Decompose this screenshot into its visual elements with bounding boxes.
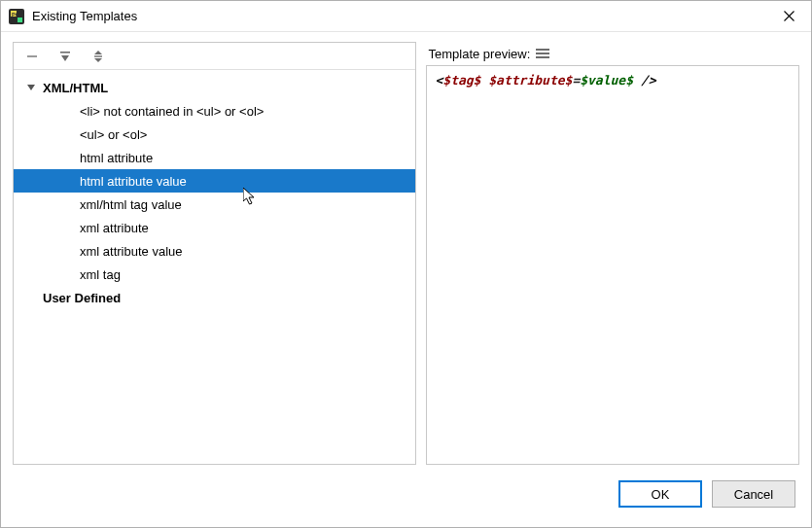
chevron-down-icon [23, 80, 39, 95]
code-attr: $attribute$ [488, 73, 572, 88]
tree-item-label: xml/html tag value [80, 197, 182, 212]
tree-item-label: html attribute value [80, 174, 187, 189]
remove-button[interactable] [23, 48, 41, 65]
cancel-button[interactable]: Cancel [712, 480, 795, 508]
preview-code[interactable]: <$tag$ $attribute$=$value$ /> [426, 65, 799, 465]
svg-marker-8 [61, 55, 69, 61]
expand-all-button[interactable] [56, 48, 74, 65]
tree-item[interactable]: xml tag [14, 263, 415, 286]
tree-item[interactable]: xml attribute value [14, 239, 415, 263]
template-list-pane: XML/HTML <li> not contained in <ul> or <… [13, 42, 416, 465]
tree-item-label: <li> not contained in <ul> or <ol> [80, 104, 264, 119]
tree-group-label: XML/HTML [43, 81, 108, 95]
svg-rect-3 [18, 18, 22, 22]
preview-label: Template preview: [428, 47, 530, 61]
preview-pane: Template preview: <$tag$ $attribute$=$va… [426, 42, 799, 465]
svg-rect-6 [27, 55, 37, 57]
close-icon [784, 11, 794, 21]
svg-rect-10 [94, 55, 102, 56]
tree-item[interactable]: html attribute [14, 146, 415, 169]
soft-wrap-icon[interactable] [536, 49, 549, 58]
preview-header: Template preview: [426, 42, 799, 65]
svg-marker-11 [94, 58, 102, 62]
dialog-footer: OK Cancel [1, 471, 811, 527]
collapse-all-button[interactable] [89, 48, 107, 65]
tree-item[interactable]: xml/html tag value [14, 193, 415, 216]
window-title: Existing Templates [32, 9, 766, 23]
svg-text:PC: PC [12, 11, 19, 17]
titlebar: PC Existing Templates [1, 1, 811, 32]
tree-item-label: xml tag [80, 267, 121, 282]
tree-item-label: xml attribute value [80, 244, 183, 259]
tree-item[interactable]: <li> not contained in <ul> or <ol> [14, 99, 415, 123]
tree-group-userdefined[interactable]: User Defined [14, 286, 415, 309]
tree-item[interactable]: <ul> or <ol> [14, 123, 415, 146]
code-val: $value$ [580, 73, 633, 88]
tree-group-label: User Defined [43, 291, 121, 305]
tree-item-label: xml attribute [80, 221, 149, 235]
code-close: /> [633, 73, 655, 88]
svg-marker-9 [94, 51, 102, 54]
template-tree[interactable]: XML/HTML <li> not contained in <ul> or <… [14, 70, 415, 464]
dialog-body: XML/HTML <li> not contained in <ul> or <… [1, 32, 811, 471]
code-tag: $tag$ [442, 73, 480, 88]
tree-group-xmlhtml[interactable]: XML/HTML [14, 76, 415, 99]
dialog-window: PC Existing Templates [0, 0, 812, 528]
tree-item-label: html attribute [80, 151, 153, 165]
window-close-button[interactable] [766, 1, 811, 31]
tree-item-label: <ul> or <ol> [80, 127, 147, 142]
svg-rect-7 [60, 52, 70, 53]
tree-item-selected[interactable]: html attribute value [14, 169, 415, 193]
tree-toolbar [14, 43, 415, 70]
ok-button[interactable]: OK [618, 480, 702, 508]
app-icon: PC [9, 9, 24, 24]
svg-marker-12 [27, 85, 35, 90]
tree-item[interactable]: xml attribute [14, 216, 415, 239]
